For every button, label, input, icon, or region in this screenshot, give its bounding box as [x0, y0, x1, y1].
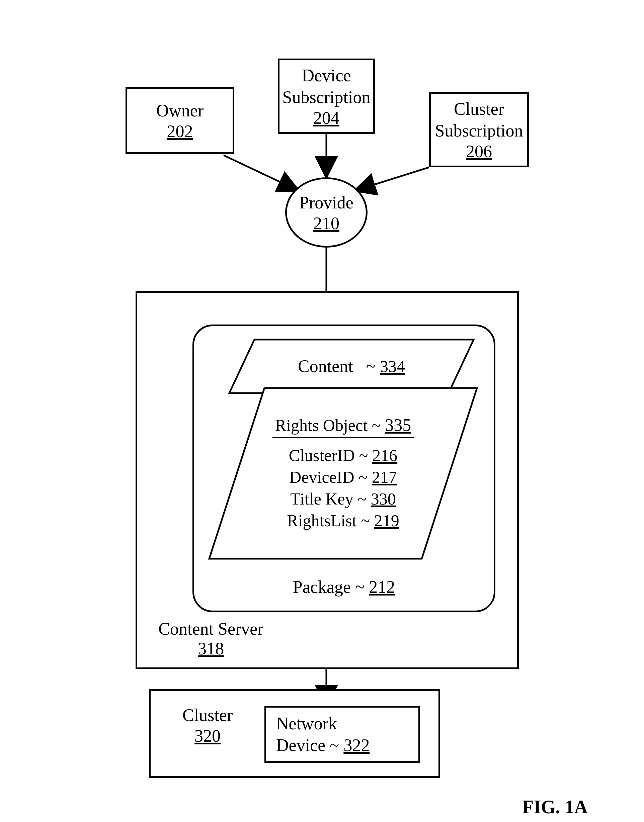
package-ref: 212: [369, 577, 395, 597]
owner-ref: 202: [167, 121, 193, 141]
provide-ellipse: Provide 210: [285, 177, 368, 248]
cluster-id-ref: 216: [372, 446, 397, 465]
package-label-text: Package: [293, 577, 351, 597]
diagram-canvas: Owner 202 Device Subscription 204 Cluste…: [0, 0, 644, 822]
owner-label: Owner: [156, 100, 204, 121]
device-subscription-ref: 204: [313, 108, 339, 128]
rights-object-parallelogram: Rights Object ~ 335 ClusterID ~ 216 Devi…: [207, 386, 478, 560]
content-server-label-block: Content Server 318: [149, 619, 273, 658]
device-id-ref: 217: [372, 468, 397, 487]
device-subscription-label: Device Subscription: [282, 64, 371, 108]
cluster-ref: 320: [182, 726, 233, 746]
rights-list-label: RightsList: [287, 511, 356, 530]
content-label: Content: [298, 357, 353, 376]
provide-ref: 210: [313, 213, 339, 233]
cluster-label: Cluster: [182, 704, 233, 726]
title-key-ref: 330: [371, 490, 396, 508]
network-device-box: NetworkDevice ~ 322: [264, 706, 420, 763]
content-server-label: Content Server: [149, 619, 273, 639]
provide-label: Provide: [299, 192, 353, 213]
rights-list-ref: 219: [374, 511, 399, 530]
figure-caption: FIG. 1A: [522, 796, 588, 817]
content-ref: 334: [380, 357, 405, 376]
rights-object-title: Rights Object ~ 335: [273, 415, 414, 438]
cluster-id-label: ClusterID: [289, 446, 355, 465]
device-id-label: DeviceID: [289, 468, 354, 487]
title-key-label: Title Key: [290, 490, 353, 508]
cluster-subscription-box: Cluster Subscription 206: [429, 92, 529, 167]
owner-box: Owner 202: [126, 87, 234, 154]
device-subscription-box: Device Subscription 204: [278, 58, 375, 134]
cluster-subscription-label: Cluster Subscription: [435, 98, 523, 141]
cluster-subscription-ref: 206: [466, 141, 492, 161]
content-server-ref: 318: [149, 639, 273, 658]
